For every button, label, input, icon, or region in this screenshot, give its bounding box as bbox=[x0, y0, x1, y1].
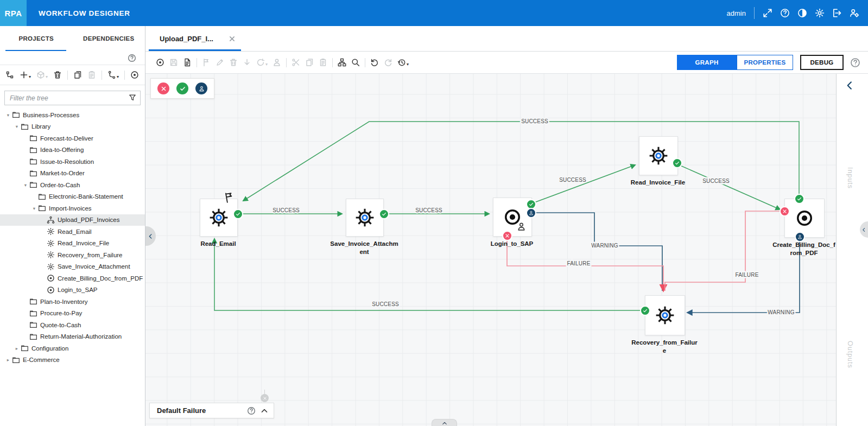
sidebar-toolbar: ▾▾▾ bbox=[0, 65, 145, 85]
palette-user-node[interactable] bbox=[195, 82, 207, 94]
logout-icon[interactable] bbox=[832, 8, 842, 18]
copy-button[interactable] bbox=[73, 71, 82, 79]
tree-item-quote-to-cash[interactable]: Quote-to-Cash bbox=[0, 319, 145, 331]
default-failure-help-icon[interactable] bbox=[247, 406, 256, 415]
add-button[interactable]: ▾ bbox=[20, 71, 31, 79]
tab-dependencies[interactable]: DEPENDENCIES bbox=[73, 26, 145, 51]
dismiss-marker-icon[interactable] bbox=[261, 394, 269, 402]
success-edge[interactable] bbox=[679, 165, 780, 209]
contrast-icon[interactable] bbox=[797, 8, 807, 18]
tree-item-idea-to-offering[interactable]: Idea-to-Offering bbox=[0, 144, 145, 156]
rail-collapse-handle[interactable] bbox=[860, 221, 868, 238]
branch-button[interactable]: ▾ bbox=[107, 71, 119, 79]
tree-item-business-processes[interactable]: ▾Business-Processes bbox=[0, 109, 145, 121]
success-edge[interactable] bbox=[214, 239, 641, 310]
target-button[interactable] bbox=[130, 71, 139, 79]
tree-item-configuration[interactable]: ▸Configuration bbox=[0, 342, 145, 354]
tree-item-procure-to-pay[interactable]: Procure-to-Pay bbox=[0, 308, 145, 320]
user-port[interactable] bbox=[795, 232, 805, 242]
node-recovery_from_failure[interactable] bbox=[645, 295, 685, 335]
expand-panel-icon[interactable] bbox=[845, 80, 855, 91]
user-name[interactable]: admin bbox=[727, 9, 746, 17]
properties-button[interactable]: PROPERTIES bbox=[737, 55, 793, 70]
tree-caret-icon[interactable]: ▾ bbox=[4, 112, 12, 118]
tree-item-issue-to-resolution[interactable]: Issue-to-Resolution bbox=[0, 156, 145, 168]
target-node-icon bbox=[794, 207, 815, 229]
filter-icon[interactable] bbox=[129, 94, 136, 101]
undo-button[interactable] bbox=[370, 58, 379, 67]
tree-item-save-invoice-attachment[interactable]: Save_Invoice_Attachment bbox=[0, 261, 145, 273]
tree-item-read-invoice-file[interactable]: Read_Invoice_File bbox=[0, 238, 145, 250]
warning-edge[interactable] bbox=[533, 213, 662, 291]
tree-item-electronic-bank-statement[interactable]: Electronic-Bank-Statement bbox=[0, 191, 145, 203]
tree-item-read-email[interactable]: Read_Email bbox=[0, 226, 145, 238]
tree-item-e-commerce[interactable]: ▸E-Commerce bbox=[0, 354, 145, 366]
debug-button[interactable]: DEBUG bbox=[800, 55, 844, 70]
tree-caret-icon[interactable]: ▾ bbox=[22, 182, 29, 188]
document-tab-bar: Upload_PDF_I... bbox=[145, 26, 868, 52]
success-edge[interactable] bbox=[243, 122, 799, 201]
history-button[interactable]: ▾ bbox=[397, 58, 409, 67]
node-read_email[interactable] bbox=[200, 199, 238, 237]
success-port[interactable] bbox=[672, 158, 682, 168]
default-failure-panel[interactable]: Default Failure bbox=[149, 403, 274, 418]
edge-label: FAILURE bbox=[735, 272, 758, 278]
collapse-panel-icon[interactable] bbox=[261, 407, 268, 415]
bottom-panel-expander[interactable] bbox=[432, 419, 457, 426]
tree-caret-icon[interactable]: ▾ bbox=[13, 124, 21, 129]
undo-icon bbox=[370, 58, 379, 67]
tree-item-create-billing-doc-from-pdf[interactable]: Create_Billing_Doc_from_PDF bbox=[0, 272, 145, 284]
tree-item-plan-to-inventory[interactable]: Plan-to-Inventory bbox=[0, 296, 145, 308]
tree-caret-icon[interactable]: ▾ bbox=[30, 206, 38, 211]
tree-item-label: Login_to_SAP bbox=[58, 287, 98, 293]
check-icon bbox=[675, 161, 680, 166]
failure-port[interactable] bbox=[780, 206, 790, 217]
redo-icon bbox=[384, 58, 392, 67]
success-port[interactable] bbox=[379, 209, 389, 219]
node-create_billing_doc_from_pdf[interactable] bbox=[784, 199, 825, 238]
check-icon bbox=[529, 202, 534, 207]
pencil-button bbox=[216, 58, 224, 67]
doc-button[interactable] bbox=[183, 58, 192, 67]
user-port[interactable] bbox=[526, 208, 536, 218]
canvas-help-icon[interactable] bbox=[850, 58, 860, 68]
tree-item-forecast-to-deliver[interactable]: Forecast-to-Deliver bbox=[0, 132, 145, 144]
document-tab[interactable]: Upload_PDF_I... bbox=[160, 26, 241, 51]
tree-item-order-to-cash[interactable]: ▾Order-to-Cash bbox=[0, 179, 145, 191]
folder-icon bbox=[29, 297, 37, 306]
success-port[interactable] bbox=[233, 209, 243, 219]
success-port[interactable] bbox=[640, 306, 650, 316]
sitemap-button[interactable] bbox=[338, 58, 346, 67]
close-tab-icon[interactable] bbox=[229, 35, 236, 42]
app-logo: RPA bbox=[0, 0, 27, 26]
help-icon[interactable] bbox=[128, 54, 136, 62]
tree-item-recovery-from-failure[interactable]: Recovery_from_Failure bbox=[0, 249, 145, 261]
tree-item-upload-pdf-invoices[interactable]: Upload_PDF_Invoices bbox=[0, 214, 145, 226]
graph-button[interactable]: GRAPH bbox=[677, 55, 737, 70]
success-port[interactable] bbox=[794, 194, 804, 204]
user-settings-icon[interactable] bbox=[850, 8, 859, 18]
settings-icon[interactable] bbox=[815, 8, 825, 18]
palette-failure-node[interactable] bbox=[157, 82, 169, 94]
node-read_invoice_file[interactable] bbox=[639, 136, 678, 175]
trash-button[interactable] bbox=[53, 71, 62, 79]
tree-caret-icon[interactable]: ▸ bbox=[4, 357, 12, 363]
tree-item-login-to-sap[interactable]: Login_to_SAP bbox=[0, 284, 145, 296]
failure-port[interactable] bbox=[502, 231, 512, 241]
tree-caret-icon[interactable]: ▸ bbox=[13, 346, 21, 351]
workflow-canvas[interactable]: SUCCESSSUCCESSSUCCESSSUCCESSSUCCESSSUCCE… bbox=[145, 74, 836, 426]
tree-item-library[interactable]: ▾Library bbox=[0, 121, 145, 133]
help-icon[interactable] bbox=[780, 8, 790, 18]
target-button[interactable] bbox=[156, 58, 164, 67]
palette-success-node[interactable] bbox=[176, 82, 188, 94]
node-save_invoice_attachment[interactable] bbox=[346, 199, 384, 237]
tree-item-import-invoices[interactable]: ▾Import-Invoices bbox=[0, 202, 145, 214]
tab-projects[interactable]: PROJECTS bbox=[0, 26, 73, 51]
tree-item-label: Procure-to-Pay bbox=[40, 310, 82, 316]
zoom-button[interactable] bbox=[351, 58, 360, 67]
filter-tree-input[interactable] bbox=[4, 91, 141, 105]
tree-item-return-material-authorization[interactable]: Return-Material-Authorization bbox=[0, 331, 145, 343]
expand-icon[interactable] bbox=[763, 8, 772, 18]
tree-item-market-to-order[interactable]: Market-to-Order bbox=[0, 168, 145, 180]
tree-button[interactable] bbox=[5, 71, 14, 79]
